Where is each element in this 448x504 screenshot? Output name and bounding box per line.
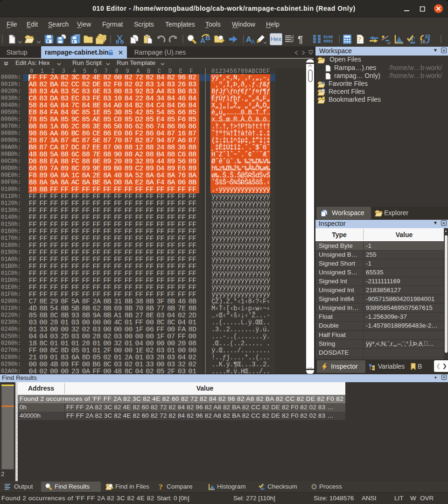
svg-text:A: A <box>200 36 205 44</box>
svg-text:10: 10 <box>425 34 430 39</box>
svg-text:?: ? <box>357 35 362 44</box>
svg-text:0001: 0001 <box>323 39 333 44</box>
svg-text:¶: ¶ <box>298 34 303 44</box>
svg-text:A: A <box>251 39 255 44</box>
svg-text:?: ? <box>159 483 163 490</box>
